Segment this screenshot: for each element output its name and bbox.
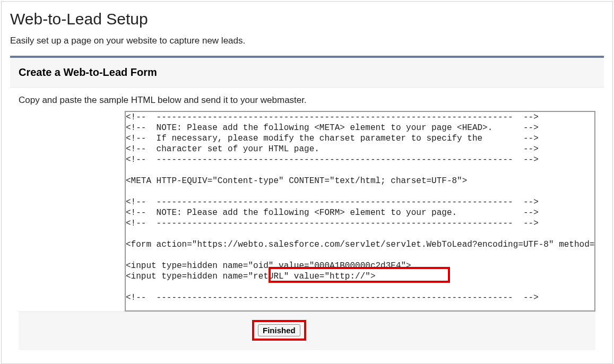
generated-html-code: <!-- -----------------------------------… — [126, 112, 594, 303]
section-title: Create a Web-to-Lead Form — [19, 66, 595, 79]
page-subtitle: Easily set up a page on your website to … — [2, 32, 612, 56]
code-textarea[interactable]: <!-- -----------------------------------… — [125, 111, 595, 311]
button-row: Finished — [19, 311, 595, 350]
form-container: Create a Web-to-Lead Form Copy and paste… — [10, 56, 604, 350]
section-instruction: Copy and paste the sample HTML below and… — [10, 88, 604, 111]
finished-highlight-box: Finished — [252, 320, 306, 341]
finished-button[interactable]: Finished — [258, 324, 300, 336]
page-title: Web-to-Lead Setup — [2, 2, 612, 32]
section-header: Create a Web-to-Lead Form — [10, 58, 604, 88]
page-container: Web-to-Lead Setup Easily set up a page o… — [1, 1, 613, 364]
